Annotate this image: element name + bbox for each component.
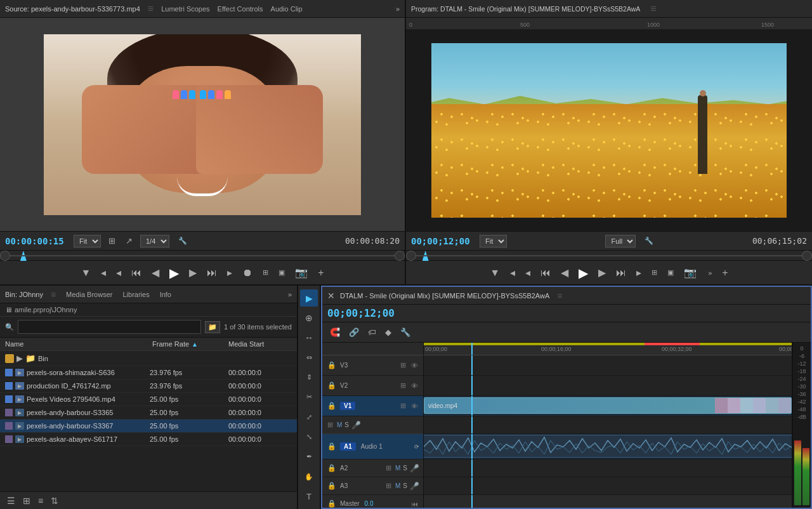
timeline-menu-icon[interactable]: ≡ [557, 291, 562, 301]
project-tab-libraries[interactable]: Libraries [122, 291, 149, 298]
selection-tool-btn[interactable]: ▶ [300, 289, 318, 307]
source-play-btn[interactable]: ▶ [167, 264, 181, 282]
prog-loop-btn[interactable]: ⊞ [649, 267, 660, 278]
program-scrubber-track[interactable] [406, 250, 812, 260]
program-scrubber-right[interactable] [802, 251, 812, 261]
track-select-tool-btn[interactable]: ⊕ [300, 309, 318, 326]
video-clip[interactable]: video.mp4 [424, 397, 792, 414]
a3-mic-btn[interactable]: 🎤 [410, 482, 419, 491]
project-tab-info[interactable]: Info [160, 291, 171, 298]
list-item[interactable]: ▶ Pexels Videos 2795406.mp4 25.00 fps 00… [0, 393, 297, 406]
source-step-back-btn[interactable]: ◂ [114, 265, 124, 280]
source-tab-effect[interactable]: Effect Controls [218, 5, 263, 13]
tl-link-btn[interactable]: 🔗 [346, 326, 362, 338]
a2-settings-btn[interactable]: ⊞ [384, 464, 393, 472]
list-item[interactable]: ▶ pexels-sora-shimazaki-S636 23.976 fps … [0, 366, 297, 380]
a3-mute-btn[interactable]: M [395, 482, 400, 489]
source-step-frame-fwd-btn[interactable]: ▶ [187, 265, 199, 280]
source-timecode[interactable]: 00:00:00:15 [5, 236, 69, 246]
hand-tool-btn[interactable]: ✋ [300, 468, 318, 485]
v3-settings-btn[interactable]: ⊞ [399, 361, 407, 369]
rolling-tool-btn[interactable]: ⇔ [300, 349, 318, 366]
v1-settings-btn[interactable]: ⊞ [399, 402, 407, 410]
a2-mic-btn[interactable]: 🎤 [410, 464, 419, 473]
source-scrubber-bar[interactable] [0, 255, 405, 256]
source-tab-audio[interactable]: Audio Clip [271, 5, 303, 13]
list-item[interactable]: ▶ production ID_4761742.mp 23.976 fps 00… [0, 380, 297, 393]
source-go-end-btn[interactable]: ⏭ [204, 266, 219, 280]
project-tab-media[interactable]: Media Browser [66, 291, 112, 298]
tl-keyframe-btn[interactable]: ◆ [383, 326, 394, 338]
source-settings-icon[interactable]: ⊞ [106, 235, 118, 247]
a2-solo-btn[interactable]: S [403, 465, 407, 472]
type-tool-btn[interactable]: T [300, 488, 318, 505]
prog-camera-btn[interactable]: 📷 [681, 265, 699, 280]
list-item[interactable]: ▶ pexels-andy-barbour-S3367 25.00 fps 00… [0, 420, 297, 433]
rate-stretch-tool-btn[interactable]: ⇕ [300, 369, 318, 386]
timeline-work-area-bar[interactable] [424, 343, 792, 345]
source-overwrite-btn[interactable]: ▣ [276, 267, 287, 278]
v3-eye-btn[interactable]: 👁 [410, 362, 419, 369]
source-camera-btn[interactable]: 📷 [292, 265, 310, 280]
program-panel-menu-icon[interactable]: ≡ [650, 3, 656, 15]
a3-lock-btn[interactable]: 🔒 [326, 482, 337, 490]
tl-marker-btn[interactable]: 🏷 [365, 326, 379, 338]
a1-mute-btn[interactable]: M [337, 421, 342, 428]
source-loop-btn[interactable]: ⏺ [240, 266, 255, 280]
project-panel-menu-icon[interactable]: ≡ [51, 289, 56, 300]
timeline-timecode-display[interactable]: 00;00;12;00 [327, 307, 395, 319]
source-wrench-icon[interactable]: 🔧 [178, 237, 187, 245]
program-scrubber-left[interactable] [406, 251, 416, 261]
razor-tool-btn[interactable]: ✂ [300, 388, 318, 406]
prog-play-btn[interactable]: ▶ [576, 264, 591, 282]
prog-mark-in-btn[interactable]: ◂ [508, 265, 518, 280]
source-mark-in-point-btn[interactable]: ◂ [98, 265, 108, 280]
project-panel-expand-icon[interactable]: » [288, 291, 292, 298]
project-search-input[interactable] [18, 320, 201, 334]
a3-settings-btn[interactable]: ⊞ [384, 482, 393, 490]
v2-lock-btn[interactable]: 🔒 [326, 381, 337, 390]
source-export-icon[interactable]: ↗ [123, 235, 135, 247]
tl-wrench-btn[interactable]: 🔧 [398, 326, 413, 338]
pen-tool-btn[interactable]: ✒ [300, 448, 318, 465]
v2-eye-btn[interactable]: 👁 [410, 382, 419, 390]
source-panel-menu-icon[interactable]: ≡ [148, 3, 154, 15]
program-timecode[interactable]: 00;00;12;00 [411, 236, 475, 246]
source-add-btn[interactable]: + [315, 266, 326, 280]
bin-expand-icon[interactable]: ▶ [16, 354, 23, 363]
a3-solo-btn[interactable]: S [403, 482, 407, 489]
source-mark-in-btn[interactable]: ▼ [78, 266, 93, 280]
prog-step-frame-back-btn[interactable]: ◀ [558, 265, 571, 280]
a2-mute-btn[interactable]: M [395, 465, 400, 472]
prog-mark-out-btn[interactable]: ▼ [487, 266, 502, 280]
slide-tool-btn[interactable]: ⤡ [300, 428, 318, 446]
prog-add-btn[interactable]: + [719, 266, 730, 280]
new-bin-btn[interactable]: 📁 [205, 321, 220, 333]
slip-tool-btn[interactable]: ⤢ [300, 409, 318, 426]
source-scrubber-track[interactable] [0, 250, 405, 260]
source-step-frame-back-btn[interactable]: ◀ [149, 265, 162, 280]
v2-settings-btn[interactable]: ⊞ [399, 381, 407, 390]
master-go-start-btn[interactable]: ⏮ [410, 500, 419, 508]
prog-expand-icon[interactable]: » [708, 269, 712, 277]
prog-export-btn[interactable]: ▣ [665, 267, 676, 278]
prog-step-back-btn[interactable]: ◂ [523, 265, 533, 280]
bin-row[interactable]: ▶ 📁 Bin [0, 351, 297, 366]
timeline-playhead[interactable] [471, 343, 473, 355]
project-icon-view-btn[interactable]: ⊞ [21, 496, 32, 506]
prog-step-fwd-btn[interactable]: ▸ [634, 265, 644, 280]
program-wrench-icon[interactable]: 🔧 [645, 237, 653, 245]
col-header-fps[interactable]: Frame Rate ▲ [152, 340, 228, 348]
list-item[interactable]: ▶ pexels-askar-abayev-S61717 25.00 fps 0… [0, 433, 297, 446]
a1-lock-btn[interactable]: 🔒 [326, 442, 337, 451]
audio-waveform-a1[interactable] [424, 435, 792, 458]
v1-eye-btn[interactable]: 👁 [410, 402, 419, 410]
v1-lock-btn[interactable]: 🔒 [326, 402, 337, 410]
list-item[interactable]: ▶ pexels-andy-barbour-S3365 25.00 fps 00… [0, 406, 297, 420]
a2-lock-btn[interactable]: 🔒 [326, 464, 337, 472]
tl-magnet-btn[interactable]: 🧲 [327, 326, 343, 338]
a1-mic-btn[interactable]: 🎤 [351, 421, 361, 430]
program-fit-dropdown[interactable]: Fit [480, 235, 507, 248]
master-lock-btn[interactable]: 🔒 [326, 499, 337, 508]
source-scrubber-right[interactable] [395, 251, 405, 261]
